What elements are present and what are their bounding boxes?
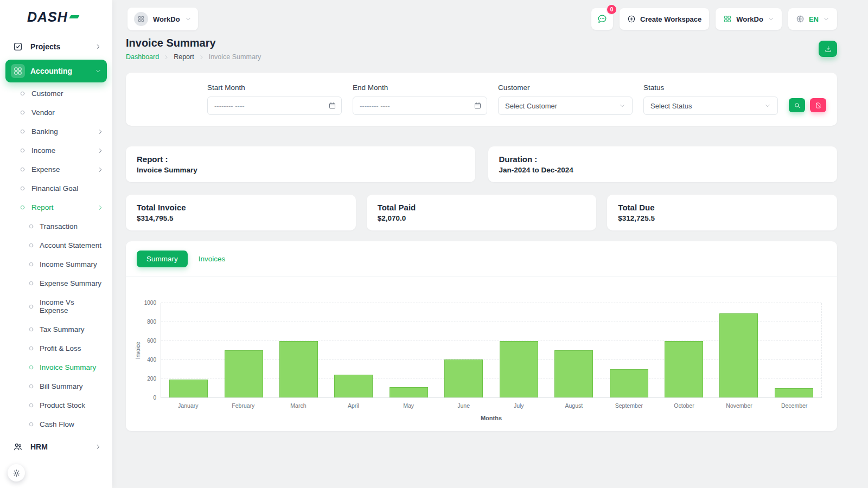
sidebar-item-label: Income xyxy=(31,146,55,155)
duration-card: Duration : Jan-2024 to Dec-2024 xyxy=(488,146,838,182)
logo-mark-icon xyxy=(69,15,79,18)
total-paid-label: Total Paid xyxy=(378,203,586,212)
circle-icon xyxy=(29,281,34,286)
language-label: EN xyxy=(809,15,819,23)
bar-august xyxy=(554,350,593,397)
sidebar-item-bill-summary[interactable]: Bill Summary xyxy=(0,377,112,396)
chevron-right-icon xyxy=(199,54,205,60)
bar-slot xyxy=(711,303,766,397)
sidebar-item-income-vs-expense[interactable]: Income Vs Expense xyxy=(0,293,112,320)
sidebar-item-label: Cash Flow xyxy=(40,420,74,428)
bar-december xyxy=(775,388,813,397)
sidebar-item-label: Banking xyxy=(31,127,58,136)
reset-filter-button[interactable] xyxy=(810,98,826,112)
settings-button[interactable] xyxy=(8,464,25,481)
workspace-avatar xyxy=(134,12,148,26)
bar-slot xyxy=(381,303,436,397)
chevron-down-icon xyxy=(95,68,101,74)
sidebar-item-expense-summary[interactable]: Expense Summary xyxy=(0,274,112,293)
breadcrumb-dashboard[interactable]: Dashboard xyxy=(126,53,159,61)
workspace-switcher[interactable]: WorkDo xyxy=(127,8,198,30)
bar-october xyxy=(665,341,703,397)
duration-value: Jan-2024 to Dec-2024 xyxy=(499,166,827,174)
end-month-input[interactable] xyxy=(353,97,487,115)
tab-invoices[interactable]: Invoices xyxy=(192,251,232,267)
chart-tabs: Summary Invoices xyxy=(126,241,837,277)
y-tick-label: 400 xyxy=(147,357,156,363)
breadcrumb-report[interactable]: Report xyxy=(174,53,194,61)
bar-slot xyxy=(436,303,491,397)
chevron-down-icon xyxy=(619,102,626,109)
sidebar-item-label: Income Vs Expense xyxy=(40,298,104,314)
chevron-right-icon xyxy=(95,43,101,50)
sidebar-item-label: Account Statement xyxy=(40,241,101,249)
sidebar-item-product-stock[interactable]: Product Stock xyxy=(0,396,112,415)
sidebar-nav: ProjectsAccountingCustomerVendorBankingI… xyxy=(0,34,112,488)
bar-slot xyxy=(326,303,381,397)
sidebar-item-vendor[interactable]: Vendor xyxy=(0,103,112,122)
total-due-card: Total Due $312,725.5 xyxy=(607,195,837,230)
sidebar-item-expense[interactable]: Expense xyxy=(0,160,112,179)
plot-area: JanuaryFebruaryMarchAprilMayJuneJulyAugu… xyxy=(161,303,822,421)
circle-icon xyxy=(29,224,34,229)
sidebar-item-financial-goal[interactable]: Financial Goal xyxy=(0,179,112,198)
x-tick-label: September xyxy=(602,402,657,409)
circle-icon xyxy=(20,91,25,96)
tab-summary[interactable]: Summary xyxy=(137,251,188,267)
create-workspace-button[interactable]: Create Workspace xyxy=(620,8,709,30)
invoice-bar-chart: Invoice 02004006008001000 JanuaryFebruar… xyxy=(126,277,837,431)
sidebar-item-accounting[interactable]: Accounting xyxy=(5,60,107,82)
total-due-label: Total Due xyxy=(618,203,826,212)
circle-icon xyxy=(20,186,25,191)
circle-icon xyxy=(20,167,25,172)
download-button[interactable] xyxy=(819,41,837,57)
y-axis: 02004006008001000 xyxy=(142,303,161,398)
chevron-down-icon xyxy=(768,16,774,22)
sidebar-item-income-summary[interactable]: Income Summary xyxy=(0,255,112,274)
y-tick-label: 0 xyxy=(153,395,156,401)
chevron-right-icon xyxy=(97,166,104,173)
sidebar-item-transaction[interactable]: Transaction xyxy=(0,217,112,236)
messages-badge: 0 xyxy=(607,5,616,14)
chevron-right-icon xyxy=(163,54,169,60)
sidebar-item-invoice-summary[interactable]: Invoice Summary xyxy=(0,358,112,377)
bar-april xyxy=(334,375,373,397)
sidebar-item-label: Tax Summary xyxy=(40,325,85,333)
language-selector[interactable]: EN xyxy=(788,8,837,30)
total-paid-card: Total Paid $2,070.0 xyxy=(367,195,597,230)
check-square-icon xyxy=(11,40,25,54)
start-month-input[interactable] xyxy=(207,97,342,115)
sidebar-item-projects[interactable]: Projects xyxy=(5,35,107,58)
sidebar-item-banking[interactable]: Banking xyxy=(0,122,112,141)
x-tick-label: June xyxy=(436,402,492,409)
bar-slot xyxy=(767,303,821,397)
bar-march xyxy=(279,341,318,397)
x-tick-label: October xyxy=(656,402,712,409)
report-value: Invoice Summary xyxy=(137,166,464,174)
sidebar-item-cash-flow[interactable]: Cash Flow xyxy=(0,415,112,434)
status-select[interactable]: Select Status xyxy=(643,97,778,115)
sidebar-item-report[interactable]: Report xyxy=(0,198,112,217)
bar-november xyxy=(719,313,758,397)
sidebar-item-customer[interactable]: Customer xyxy=(0,84,112,103)
messages-button[interactable]: 0 xyxy=(591,8,613,30)
start-month-field: Start Month xyxy=(207,84,342,115)
sidebar-item-label: Income Summary xyxy=(40,260,97,268)
x-tick-label: January xyxy=(161,402,216,409)
chevron-down-icon xyxy=(823,16,829,22)
y-tick-label: 200 xyxy=(147,376,156,382)
sidebar-item-account-statement[interactable]: Account Statement xyxy=(0,236,112,255)
sidebar-item-tax-summary[interactable]: Tax Summary xyxy=(0,320,112,339)
sidebar-item-income[interactable]: Income xyxy=(0,141,112,160)
plus-circle-icon xyxy=(627,15,636,23)
search-button[interactable] xyxy=(789,98,805,112)
title-block: Invoice Summary Dashboard Report Invoice… xyxy=(126,37,261,61)
bar-slot xyxy=(492,303,546,397)
sidebar-item-profit-loss[interactable]: Profit & Loss xyxy=(0,339,112,358)
chevron-right-icon xyxy=(97,129,104,135)
workdo-menu-button[interactable]: WorkDo xyxy=(716,8,782,30)
customer-select[interactable]: Select Customer xyxy=(498,97,633,115)
x-axis: JanuaryFebruaryMarchAprilMayJuneJulyAugu… xyxy=(161,402,822,409)
sidebar-item-hrm[interactable]: HRM xyxy=(5,435,107,458)
circle-icon xyxy=(29,422,34,427)
